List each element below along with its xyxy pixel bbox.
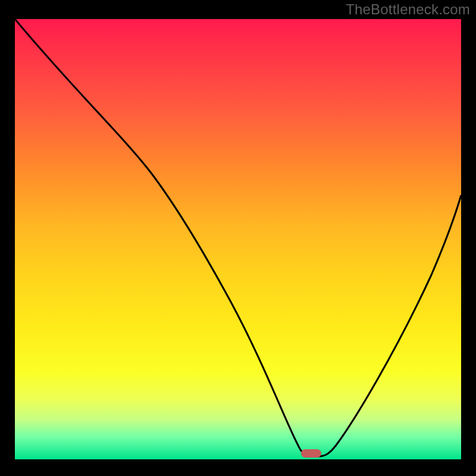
chart-plot-area <box>15 19 461 459</box>
bottleneck-curve <box>15 19 461 459</box>
watermark-text: TheBottleneck.com <box>346 1 470 18</box>
optimal-marker <box>301 449 321 458</box>
curve-path <box>15 19 461 456</box>
